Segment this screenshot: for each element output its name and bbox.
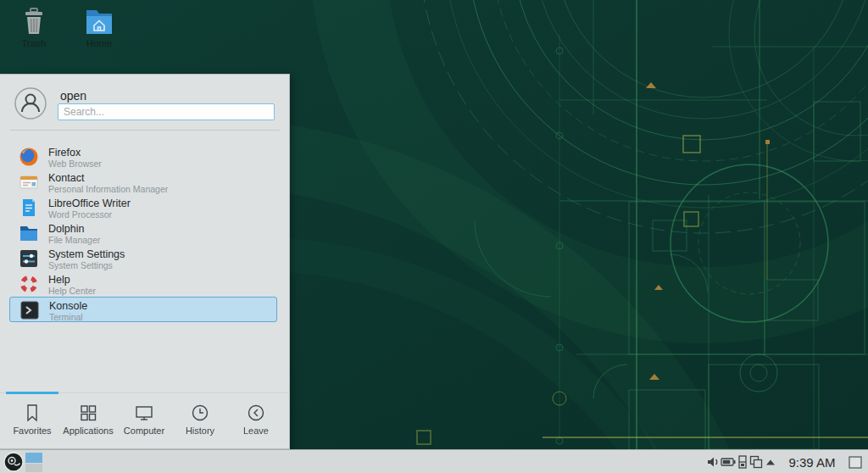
- libreoffice-writer-icon: [19, 198, 39, 218]
- desktop-icon-trash[interactable]: Trash: [10, 7, 58, 48]
- tab-computer[interactable]: Computer: [116, 393, 172, 451]
- show-desktop-button[interactable]: [848, 450, 863, 473]
- tab-leave[interactable]: Leave: [228, 393, 284, 451]
- app-list-item-dolphin[interactable]: Dolphin File Manager: [9, 220, 277, 246]
- konsole-icon: [19, 300, 40, 320]
- tab-label: Leave: [228, 426, 284, 436]
- bookmark-icon: [23, 403, 42, 422]
- virtual-desktop-pager[interactable]: [25, 450, 42, 473]
- app-title: Dolphin: [48, 223, 84, 235]
- kontact-icon: [19, 172, 39, 192]
- battery-tray-icon[interactable]: [720, 450, 737, 473]
- app-title: Konsole: [49, 300, 87, 312]
- tab-label: Favorites: [4, 426, 60, 436]
- app-subtitle: Personal Information Manager: [48, 184, 168, 194]
- help-icon: [19, 274, 39, 294]
- taskbar-panel: 9:39 AM: [0, 449, 868, 473]
- application-launcher-menu: open Firefox Web Browser Kontact Persona…: [0, 74, 290, 449]
- app-subtitle: System Settings: [48, 260, 113, 270]
- clipboard-icon: [749, 455, 763, 469]
- system-settings-icon: [19, 248, 39, 269]
- tab-applications[interactable]: Applications: [60, 393, 116, 451]
- launcher-tab-bar: Favorites Applications Computer: [0, 392, 290, 451]
- desktop-icon-label: Home: [75, 38, 123, 48]
- desktop-icon-home[interactable]: Home: [75, 7, 123, 48]
- app-list-item-konsole[interactable]: Konsole Terminal: [9, 297, 277, 322]
- trash-icon: [20, 7, 47, 36]
- search-input[interactable]: [58, 103, 275, 120]
- tab-favorites[interactable]: Favorites: [4, 393, 60, 451]
- volume-icon: [707, 455, 721, 469]
- app-title: Kontact: [48, 172, 84, 184]
- tray-expander-button[interactable]: [765, 450, 776, 473]
- app-title: Firefox: [48, 147, 81, 159]
- clipboard-tray-icon[interactable]: [748, 450, 764, 473]
- app-subtitle: File Manager: [48, 235, 100, 245]
- app-list-item-system-settings[interactable]: System Settings System Settings: [9, 246, 277, 271]
- clock-icon: [191, 403, 209, 422]
- app-subtitle: Terminal: [49, 312, 83, 322]
- battery-icon: [721, 456, 736, 468]
- leave-icon: [247, 403, 265, 422]
- monitor-icon: [135, 403, 153, 422]
- pager-desktop-2[interactable]: [25, 464, 42, 472]
- app-grid-icon: [79, 403, 97, 422]
- tab-label: Computer: [116, 426, 172, 436]
- header-separator: [10, 130, 280, 131]
- tab-label: History: [172, 426, 228, 436]
- firefox-icon: [19, 147, 39, 167]
- expand-arrow-icon: [766, 459, 775, 465]
- dolphin-icon: [19, 223, 39, 243]
- digital-clock[interactable]: 9:39 AM: [780, 450, 844, 473]
- app-list-item-kontact[interactable]: Kontact Personal Information Manager: [9, 170, 277, 195]
- app-list-item-firefox[interactable]: Firefox Web Browser: [9, 144, 277, 170]
- app-title: System Settings: [48, 248, 125, 260]
- home-folder-icon: [84, 7, 114, 36]
- device-notifier-icon: [737, 455, 748, 469]
- user-avatar-icon[interactable]: [14, 87, 47, 120]
- show-desktop-icon: [849, 456, 862, 469]
- app-subtitle: Word Processor: [48, 209, 112, 220]
- tab-history[interactable]: History: [172, 393, 228, 451]
- pager-desktop-1-active[interactable]: [25, 453, 42, 463]
- app-list-item-libreoffice-writer[interactable]: LibreOffice Writer Word Processor: [9, 195, 277, 220]
- desktop-icon-label: Trash: [10, 38, 58, 48]
- app-subtitle: Help Center: [48, 286, 96, 296]
- application-launcher-button[interactable]: [3, 450, 25, 473]
- tab-label: Applications: [60, 426, 116, 436]
- app-title: LibreOffice Writer: [48, 198, 131, 209]
- user-name: open: [60, 89, 86, 103]
- app-subtitle: Web Browser: [48, 159, 102, 169]
- opensuse-logo-icon: [3, 452, 24, 472]
- device-notifier-tray-icon[interactable]: [737, 450, 748, 473]
- app-list-item-help[interactable]: Help Help Center: [9, 271, 277, 297]
- app-title: Help: [48, 274, 70, 286]
